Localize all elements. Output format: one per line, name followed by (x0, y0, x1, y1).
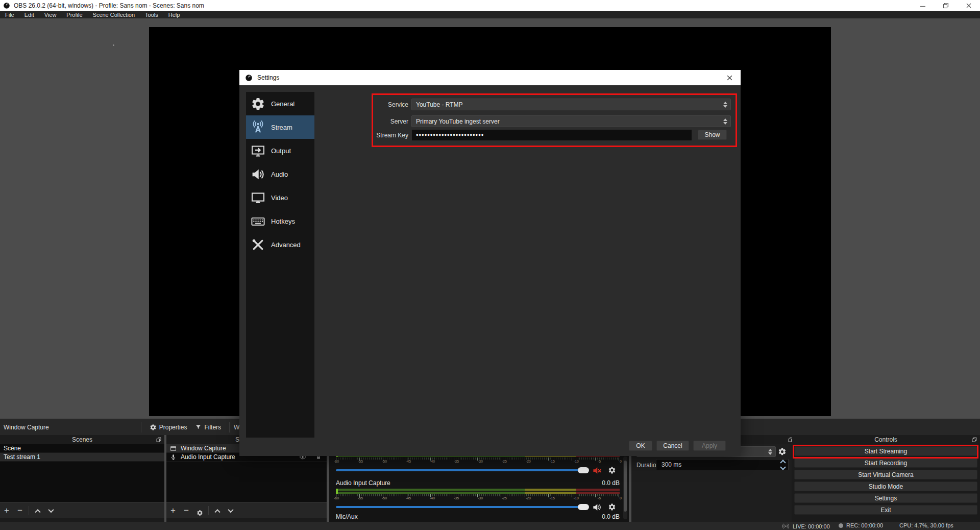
restore-button[interactable] (934, 0, 957, 11)
dock-icon[interactable] (971, 437, 977, 443)
ruler-label: -20 (526, 496, 531, 500)
rec-dot-icon (839, 523, 843, 528)
filters-button[interactable]: Filters (191, 424, 225, 431)
monitor-icon (251, 190, 265, 205)
rec-status: REC: 00:00:00 (846, 522, 883, 528)
show-key-button[interactable]: Show (698, 130, 727, 140)
start-recording-button[interactable]: Start Recording (794, 458, 977, 468)
ruler-label: -35 (454, 496, 459, 500)
ok-button[interactable]: OK (629, 441, 652, 451)
controls-panel: Controls Start Streaming Start Recording… (792, 435, 980, 522)
tools-icon (251, 237, 265, 252)
ruler-label: -45 (406, 460, 411, 463)
db-value: 0.0 dB (602, 479, 620, 487)
menu-bar: File Edit View Profile Scene Collection … (0, 11, 980, 18)
move-scene-up-icon[interactable] (31, 509, 44, 513)
obs-logo-icon (245, 74, 253, 82)
gear-icon (150, 424, 157, 431)
settings-sidebar: General Stream Output Audio Video Hotkey… (246, 92, 314, 438)
duration-down-icon[interactable] (780, 464, 786, 470)
scene-row[interactable]: Scène (0, 444, 164, 453)
remove-scene-icon[interactable]: − (13, 503, 27, 518)
transition-gear-icon[interactable] (778, 447, 787, 456)
window-title: OBS 26.0.2 (64-bit, windows) - Profile: … (14, 2, 204, 9)
ruler-label: -45 (406, 496, 411, 500)
sidebar-item-general[interactable]: General (246, 92, 314, 115)
cancel-button[interactable]: Cancel (656, 441, 689, 451)
source-properties-gear-icon[interactable] (193, 505, 206, 516)
apply-button[interactable]: Apply (693, 441, 726, 451)
close-button[interactable] (957, 0, 980, 11)
ruler-label: -5 (598, 460, 601, 463)
menu-scene-collection[interactable]: Scene Collection (88, 11, 140, 18)
scene-row-selected[interactable]: Test stream 1 (0, 453, 164, 462)
ruler-label: -55 (358, 496, 363, 500)
minimize-button[interactable] (911, 0, 934, 11)
ruler-label: -30 (478, 496, 483, 500)
ruler-label: 0 (620, 460, 622, 463)
sidebar-item-advanced[interactable]: Advanced (246, 233, 314, 256)
cpu-status: CPU: 4.7%, 30.00 fps (899, 522, 953, 528)
title-bar: OBS 26.0.2 (64-bit, windows) - Profile: … (0, 0, 980, 11)
volume-meter (336, 489, 620, 494)
scenes-list: Scène Test stream 1 (0, 444, 164, 502)
move-source-up-icon[interactable] (211, 509, 224, 513)
mic-icon (170, 454, 177, 461)
ruler-label: -35 (454, 460, 459, 463)
cursor-dot (113, 44, 114, 46)
remove-source-icon[interactable]: − (180, 503, 193, 518)
scenes-header[interactable]: Scenes (0, 435, 164, 444)
settings-dialog: Settings General Stream Output Audio (239, 70, 741, 456)
ruler-label: -15 (550, 496, 555, 500)
slider-handle[interactable] (578, 504, 589, 510)
studio-mode-button[interactable]: Studio Mode (794, 481, 977, 491)
sidebar-item-output[interactable]: Output (246, 139, 314, 162)
stream-key-input[interactable]: •••••••••••••••••••••••• (411, 129, 692, 141)
slider-handle[interactable] (578, 467, 589, 473)
menu-help[interactable]: Help (163, 11, 185, 18)
dock-icon[interactable] (156, 437, 162, 443)
move-source-down-icon[interactable] (224, 509, 237, 513)
service-select[interactable]: YouTube - RTMP (411, 99, 731, 110)
exit-button[interactable]: Exit (794, 505, 977, 515)
sidebar-item-video[interactable]: Video (246, 186, 314, 209)
menu-profile[interactable]: Profile (61, 11, 87, 18)
sidebar-item-hotkeys[interactable]: Hotkeys (246, 209, 314, 233)
sidebar-item-stream[interactable]: Stream (246, 115, 314, 139)
obs-logo-icon (3, 2, 10, 9)
controls-header[interactable]: Controls (792, 435, 980, 444)
add-scene-icon[interactable]: + (0, 503, 13, 518)
menu-file[interactable]: File (0, 11, 19, 18)
unmute-speaker-icon[interactable] (589, 502, 604, 512)
mixer-gear-icon[interactable] (604, 466, 620, 474)
filter-icon (195, 424, 202, 430)
selected-source-label: Window Capture (4, 424, 49, 431)
move-scene-down-icon[interactable] (44, 509, 58, 513)
toolbar-separator (229, 422, 230, 432)
db-ruler: -60-55-50-45-40-35-30-25-20-15-10-50 (336, 494, 620, 500)
mixer-item: Mic/Aux0.0 dB (336, 513, 620, 521)
volume-slider[interactable] (336, 501, 589, 513)
server-select[interactable]: Primary YouTube ingest server (411, 115, 731, 127)
mute-icon[interactable] (589, 466, 604, 475)
ruler-label: -10 (574, 460, 579, 463)
start-virtual-camera-button[interactable]: Start Virtual Camera (794, 470, 977, 479)
start-streaming-button[interactable]: Start Streaming (794, 446, 977, 456)
volume-slider[interactable] (336, 465, 589, 476)
duration-spinbox[interactable]: 300 ms (656, 459, 789, 470)
add-source-icon[interactable]: + (166, 503, 180, 518)
settings-title-bar: Settings (239, 70, 741, 85)
scenes-toolbar: + − (0, 502, 164, 518)
settings-button[interactable]: Settings (794, 493, 977, 503)
ruler-label: -40 (430, 496, 435, 500)
settings-close-icon[interactable] (722, 72, 737, 83)
menu-edit[interactable]: Edit (19, 11, 39, 18)
menu-view[interactable]: View (39, 11, 62, 18)
sidebar-item-audio[interactable]: Audio (246, 162, 314, 186)
properties-button[interactable]: Properties (145, 424, 191, 431)
mixer-scrollbar[interactable] (623, 456, 627, 519)
menu-tools[interactable]: Tools (140, 11, 163, 18)
db-value: 0.0 dB (602, 513, 620, 520)
mixer-gear-icon[interactable] (604, 503, 620, 511)
ruler-label: -25 (502, 460, 507, 463)
